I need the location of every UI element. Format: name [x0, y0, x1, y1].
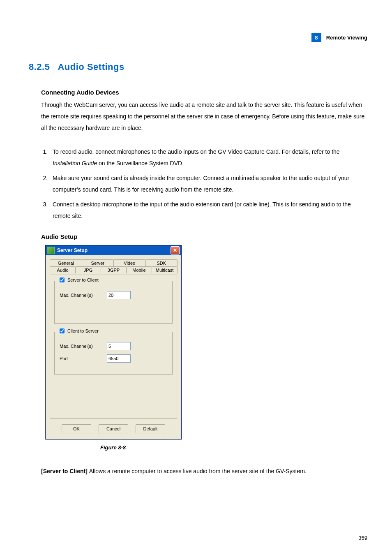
- client-to-server-group: Client to Server Max. Channel(s) Port: [54, 332, 173, 375]
- app-icon: [47, 247, 55, 254]
- cancel-button[interactable]: Cancel: [99, 424, 128, 433]
- definition-term: [Server to Client]: [41, 468, 89, 474]
- close-button[interactable]: ✕: [171, 246, 180, 254]
- client-to-server-label: Client to Server: [67, 328, 99, 333]
- step-1-italic: Installation Guide: [53, 160, 97, 166]
- server-to-client-label: Server to Client: [67, 278, 99, 282]
- cts-port-input[interactable]: [107, 354, 131, 363]
- section-number: 8.2.5: [29, 62, 50, 72]
- tab-row-front: Audio JPG 3GPP Mobile Multicast: [50, 266, 177, 273]
- stc-max-label: Max. Channel(s): [60, 293, 99, 298]
- section-title: Audio Settings: [58, 62, 124, 72]
- cts-max-row: Max. Channel(s): [60, 342, 167, 350]
- step-3: Connect a desktop microphone to the inpu…: [49, 199, 367, 222]
- step-1-text-b: on the Surveillance System DVD.: [97, 160, 184, 166]
- server-to-client-legend: Server to Client: [58, 278, 100, 282]
- chapter-title: Remote Viewing: [326, 35, 367, 41]
- tab-server[interactable]: Server: [82, 259, 114, 266]
- stc-max-input[interactable]: [107, 291, 131, 299]
- server-to-client-checkbox[interactable]: [60, 278, 65, 282]
- client-to-server-legend: Client to Server: [58, 328, 100, 333]
- tab-general[interactable]: General: [50, 259, 82, 266]
- step-1-text-a: To record audio, connect microphones to …: [53, 148, 340, 155]
- figure-caption: Figure 8-8: [45, 444, 181, 451]
- connecting-paragraph: Through the WebCam server, you can acces…: [41, 99, 367, 134]
- steps-list: To record audio, connect microphones to …: [41, 146, 367, 222]
- audio-setup-heading: Audio Setup: [41, 233, 367, 240]
- stc-max-row: Max. Channel(s): [60, 291, 167, 299]
- tab-rows: General Server Video SDK Audio JPG 3GPP …: [50, 259, 177, 273]
- page: 8 Remote Viewing 8.2.5 Audio Settings Co…: [0, 0, 392, 555]
- tab-multicast[interactable]: Multicast: [152, 266, 178, 273]
- server-setup-dialog: Server Setup ✕ General Server Video SDK …: [45, 245, 182, 439]
- definition-text: Allows a remote computer to access live …: [89, 468, 307, 474]
- chapter-number-badge: 8: [311, 33, 321, 42]
- chapter-header: 8 Remote Viewing: [311, 33, 367, 42]
- definition-paragraph: [Server to Client] Allows a remote compu…: [41, 465, 367, 477]
- step-2: Make sure your sound card is already ins…: [49, 172, 367, 195]
- dialog-button-row: OK Cancel Default: [50, 424, 177, 433]
- dialog-titlebar[interactable]: Server Setup ✕: [46, 245, 181, 255]
- tab-sdk[interactable]: SDK: [145, 259, 178, 266]
- connecting-heading: Connecting Audio Devices: [41, 89, 367, 96]
- dialog-body: General Server Video SDK Audio JPG 3GPP …: [46, 255, 181, 439]
- tab-audio[interactable]: Audio: [50, 266, 76, 273]
- section-heading: 8.2.5 Audio Settings: [29, 62, 367, 72]
- step-1: To record audio, connect microphones to …: [49, 146, 367, 169]
- tab-row-back: General Server Video SDK: [50, 259, 177, 266]
- cts-port-row: Port: [60, 354, 167, 363]
- tab-panel-audio: Server to Client Max. Channel(s) Client …: [50, 275, 177, 419]
- server-to-client-group: Server to Client Max. Channel(s): [54, 281, 173, 324]
- tab-mobile[interactable]: Mobile: [126, 266, 152, 273]
- ok-button[interactable]: OK: [62, 424, 91, 433]
- page-number: 359: [358, 535, 367, 541]
- default-button[interactable]: Default: [136, 424, 165, 433]
- client-to-server-checkbox[interactable]: [60, 328, 65, 333]
- tab-3gpp[interactable]: 3GPP: [101, 266, 127, 273]
- tab-jpg[interactable]: JPG: [75, 266, 101, 273]
- cts-max-label: Max. Channel(s): [60, 344, 99, 349]
- cts-max-input[interactable]: [107, 342, 131, 350]
- dialog-title: Server Setup: [57, 247, 171, 253]
- cts-port-label: Port: [60, 356, 99, 361]
- close-icon: ✕: [173, 247, 177, 253]
- tab-video[interactable]: Video: [113, 259, 146, 266]
